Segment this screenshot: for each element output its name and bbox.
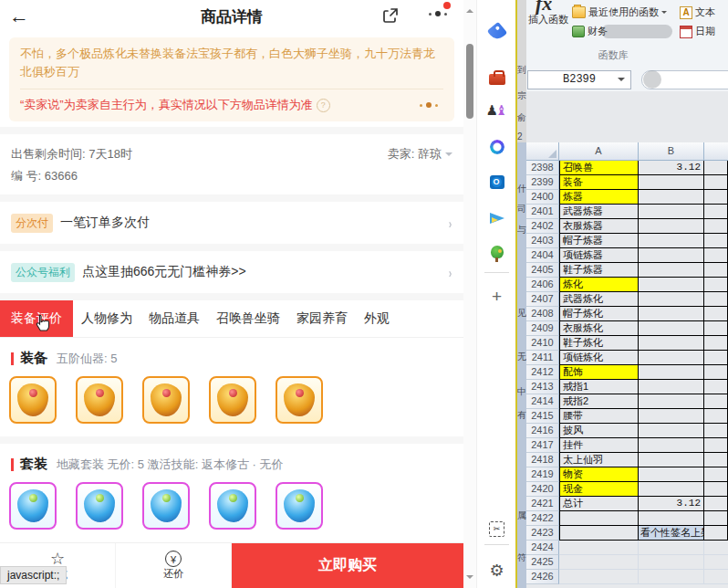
cell-A2406[interactable]: 炼化: [559, 278, 639, 292]
row-header[interactable]: 2398: [526, 161, 559, 175]
column-header-B[interactable]: B: [639, 142, 704, 161]
cell-A2426[interactable]: [559, 570, 639, 584]
cell-A2404[interactable]: 项链炼器: [559, 248, 639, 263]
cell-A2405[interactable]: 鞋子炼器: [559, 263, 639, 278]
cell-C2409[interactable]: [704, 321, 728, 336]
cell-B2411[interactable]: [639, 351, 704, 365]
scroll-up-icon[interactable]: [466, 5, 473, 13]
seller-name[interactable]: 卖家: 辞琼: [388, 146, 442, 163]
cell-B2408[interactable]: [639, 307, 704, 321]
row-header[interactable]: 2417: [526, 438, 559, 453]
row-header[interactable]: 2422: [526, 511, 559, 526]
dots-indicator[interactable]: [420, 102, 443, 108]
cell-A2422[interactable]: [559, 511, 639, 526]
column-header-C[interactable]: [704, 142, 728, 161]
cell-B2420[interactable]: [639, 482, 704, 497]
name-box[interactable]: B2399: [527, 70, 631, 89]
cell-C2421[interactable]: [704, 497, 728, 511]
cell-B2421[interactable]: 3.12: [639, 497, 704, 511]
item-thumbnail[interactable]: [209, 482, 256, 530]
cell-C2423[interactable]: [704, 526, 728, 541]
cell-B2407[interactable]: [639, 292, 704, 307]
tab-5[interactable]: 外观: [356, 300, 398, 337]
cell-B2423[interactable]: 看个性签名上架: [639, 526, 704, 541]
cell-C2406[interactable]: [704, 278, 728, 292]
cell-A2418[interactable]: 太上仙羽: [559, 453, 639, 467]
row-header[interactable]: 2418: [526, 453, 559, 467]
cell-C2418[interactable]: [704, 453, 728, 467]
cell-B2404[interactable]: [639, 248, 704, 263]
cell-B2409[interactable]: [639, 321, 704, 336]
row-header[interactable]: 2412: [526, 365, 559, 380]
cell-A2398[interactable]: 召唤兽: [559, 161, 639, 175]
cell-A2419[interactable]: 物资: [559, 467, 639, 482]
tab-2[interactable]: 物品道具: [140, 300, 208, 337]
coupon-row[interactable]: 公众号福利 点这里抽666元无门槛神券>> ›: [0, 251, 463, 293]
text-functions-button[interactable]: A 文本: [680, 5, 715, 19]
cell-B2416[interactable]: [639, 424, 704, 438]
cell-C2425[interactable]: [704, 555, 728, 570]
cell-A2400[interactable]: 炼器: [559, 190, 639, 205]
date-functions-button[interactable]: 日期: [680, 25, 715, 38]
cell-C2422[interactable]: [704, 511, 728, 526]
cell-B2422[interactable]: [639, 511, 704, 526]
more-menu-icon[interactable]: [429, 11, 447, 16]
cell-A2420[interactable]: 现金: [559, 482, 639, 497]
cell-A2407[interactable]: 武器炼化: [559, 292, 639, 307]
cell-C2412[interactable]: [704, 365, 728, 380]
cell-B2405[interactable]: [639, 263, 704, 278]
cell-B2398[interactable]: 3.12: [639, 161, 704, 175]
plus-icon[interactable]: +: [477, 285, 516, 309]
cell-A2423[interactable]: [559, 526, 639, 541]
item-thumbnail[interactable]: [9, 482, 57, 530]
cell-B2424[interactable]: [639, 541, 704, 555]
row-header[interactable]: 2399: [526, 175, 559, 190]
cell-C2404[interactable]: [704, 248, 728, 263]
back-button[interactable]: ←: [9, 4, 29, 29]
item-thumbnail[interactable]: [142, 376, 190, 424]
row-header[interactable]: 2400: [526, 190, 559, 205]
cell-C2405[interactable]: [704, 263, 728, 278]
row-header[interactable]: 2401: [526, 205, 559, 219]
item-thumbnail[interactable]: [76, 376, 123, 424]
row-header[interactable]: 2411: [526, 351, 559, 365]
cell-B2403[interactable]: [639, 234, 704, 248]
row-header[interactable]: 2426: [526, 570, 559, 584]
settings-icon[interactable]: ⚙: [477, 559, 516, 583]
cell-C2420[interactable]: [704, 482, 728, 497]
screenshot-icon[interactable]: ✂: [477, 517, 516, 541]
cell-A2410[interactable]: 鞋子炼化: [559, 336, 639, 351]
buy-now-button[interactable]: 立即购买: [232, 543, 463, 588]
row-header[interactable]: 2415: [526, 409, 559, 424]
insert-function-button[interactable]: 插入函数: [528, 13, 568, 26]
bargain-button[interactable]: ¥ 还价: [116, 543, 232, 588]
row-header[interactable]: 2405: [526, 263, 559, 278]
cell-C2399[interactable]: [704, 175, 728, 190]
cell-C2407[interactable]: [704, 292, 728, 307]
cell-B2412[interactable]: [639, 365, 704, 380]
item-thumbnail[interactable]: [9, 376, 57, 424]
row-header[interactable]: 2409: [526, 321, 559, 336]
chess-icon[interactable]: ♟♝: [477, 99, 516, 122]
cell-A2403[interactable]: 帽子炼器: [559, 234, 639, 248]
cell-C2419[interactable]: [704, 467, 728, 482]
cell-B2425[interactable]: [639, 555, 704, 570]
tab-4[interactable]: 家园养育: [288, 300, 356, 337]
cell-B2414[interactable]: [639, 394, 704, 409]
cell-A2416[interactable]: 披风: [559, 424, 639, 438]
cell-C2403[interactable]: [704, 234, 728, 248]
cell-C2424[interactable]: [704, 541, 728, 555]
cell-A2411[interactable]: 项链炼化: [559, 351, 639, 365]
cell-C2401[interactable]: [704, 205, 728, 219]
cell-B2426[interactable]: [639, 570, 704, 584]
cell-A2401[interactable]: 武器炼器: [559, 205, 639, 219]
row-header[interactable]: 2413: [526, 380, 559, 394]
app-scrollbar[interactable]: [463, 0, 476, 588]
item-thumbnail[interactable]: [209, 376, 256, 424]
cell-B2418[interactable]: [639, 453, 704, 467]
row-header[interactable]: 2406: [526, 278, 559, 292]
telegram-icon[interactable]: [477, 206, 516, 230]
row-header[interactable]: 2425: [526, 555, 559, 570]
outlook-icon[interactable]: [477, 170, 516, 194]
tab-1[interactable]: 人物修为: [73, 300, 140, 337]
